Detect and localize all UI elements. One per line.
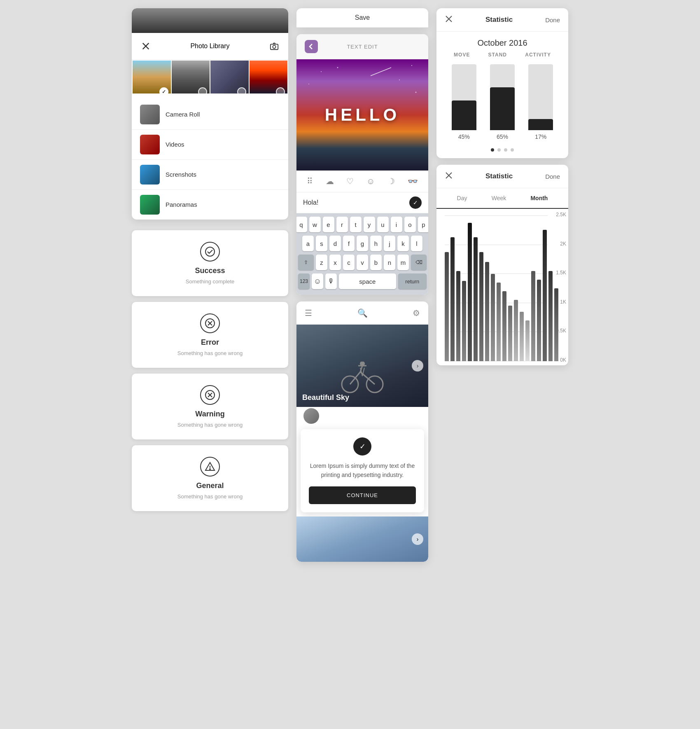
heart-icon[interactable]: ♡ [346, 176, 354, 186]
close-button[interactable] [140, 40, 152, 52]
dot-2[interactable] [497, 148, 501, 152]
bar-10 [497, 283, 501, 361]
key-r[interactable]: r [336, 217, 348, 232]
svg-point-15 [321, 71, 322, 72]
photo-library-title: Photo Library [190, 42, 229, 50]
svg-point-4 [205, 247, 215, 256]
bar-chart-area: 2.5K 2K 1.5K 1K 0.5K 0K [436, 209, 568, 365]
stats-bottom-close-icon[interactable] [445, 171, 453, 181]
glasses-icon[interactable]: 👓 [408, 176, 418, 186]
stats-close-icon[interactable] [445, 15, 453, 25]
error-title: Error [201, 338, 219, 347]
y-label-2000: 2K [560, 241, 566, 247]
svg-point-16 [337, 67, 338, 68]
photo-thumb-4[interactable] [250, 61, 288, 99]
key-k[interactable]: k [397, 236, 409, 251]
feed-next-arrow[interactable]: › [412, 360, 423, 372]
bar-3 [456, 271, 460, 361]
menu-icon[interactable]: ☰ [305, 308, 312, 318]
album-thumb-scr [140, 165, 160, 185]
album-item-screenshots[interactable]: Screnshots [132, 160, 288, 190]
feed-image-title: Beautiful Sky [302, 393, 349, 402]
stats-bottom-panel: Statistic Done Day Week Month 2.5K 2K [436, 165, 568, 365]
filter-icon[interactable]: ⚙ [413, 308, 420, 318]
feed-avatar-row [296, 407, 428, 417]
save-bar[interactable]: Save [296, 8, 428, 28]
key-g[interactable]: g [357, 236, 368, 251]
key-o[interactable]: o [404, 217, 416, 232]
album-item-panoramas[interactable]: Panoramas [132, 190, 288, 220]
key-w[interactable]: w [309, 217, 321, 232]
y-label-1500: 1.5K [556, 270, 566, 276]
key-a[interactable]: a [302, 236, 314, 251]
tab-week[interactable]: Week [488, 193, 511, 203]
key-z[interactable]: z [316, 255, 327, 270]
photo-thumb-1[interactable] [133, 61, 171, 99]
cloud-icon[interactable]: ☁ [326, 176, 334, 186]
key-l[interactable]: l [411, 236, 422, 251]
stats-categories: MOVE STAND ACTIVITY [436, 52, 568, 62]
text-edit-header: TEXT EDIT [296, 34, 428, 59]
bar-12 [508, 306, 512, 361]
moon-icon[interactable]: ☽ [387, 176, 395, 186]
emoji-key[interactable]: ☺ [312, 273, 323, 289]
bike-illustration [338, 362, 387, 395]
album-item-videos[interactable]: Videos [132, 130, 288, 160]
dot-3[interactable] [504, 148, 507, 152]
stats-bottom-done[interactable]: Done [545, 173, 560, 180]
stats-top-done[interactable]: Done [545, 16, 560, 23]
key-v[interactable]: v [357, 255, 368, 270]
return-key[interactable]: return [398, 273, 427, 289]
text-input[interactable] [303, 199, 409, 206]
svg-line-14 [371, 68, 391, 76]
key-n[interactable]: n [384, 255, 395, 270]
check-circle-3 [237, 87, 246, 96]
key-y[interactable]: y [364, 217, 375, 232]
svg-point-18 [411, 65, 412, 66]
key-f[interactable]: f [343, 236, 355, 251]
bar-inner-stand [490, 87, 515, 130]
mic-key[interactable]: 🎙 [325, 273, 337, 289]
keyboard-row-3: ⇧ z x c v b n m ⌫ [298, 255, 427, 270]
dot-1[interactable] [491, 148, 494, 152]
y-label-1000: 1K [560, 299, 566, 305]
shift-key[interactable]: ⇧ [298, 255, 314, 270]
feed-image: › Beautiful Sky [296, 325, 428, 407]
bar-9 [491, 274, 495, 361]
tab-month[interactable]: Month [526, 193, 552, 203]
search-icon[interactable]: 🔍 [357, 308, 368, 318]
key-p[interactable]: p [418, 217, 429, 232]
key-x[interactable]: x [329, 255, 341, 270]
key-u[interactable]: u [377, 217, 389, 232]
photo-thumb-2[interactable] [172, 61, 210, 99]
num-key[interactable]: 123 [298, 273, 310, 289]
tab-day[interactable]: Day [453, 193, 471, 203]
key-m[interactable]: m [397, 255, 409, 270]
bar-group-move: 45% [445, 64, 483, 140]
dots-icon[interactable]: ⠿ [307, 176, 313, 186]
key-c[interactable]: c [343, 255, 355, 270]
bar-11 [502, 291, 506, 361]
key-t[interactable]: t [350, 217, 362, 232]
space-key[interactable]: space [339, 273, 396, 289]
continue-button[interactable]: CONTINUE [309, 486, 416, 504]
key-h[interactable]: h [370, 236, 382, 251]
delete-key[interactable]: ⌫ [411, 255, 427, 270]
album-item-camera-roll[interactable]: Camera Roll [132, 100, 288, 130]
key-j[interactable]: j [384, 236, 395, 251]
key-e[interactable]: e [323, 217, 334, 232]
bar-19 [548, 271, 553, 361]
album-name-videos: Videos [166, 141, 184, 148]
key-b[interactable]: b [370, 255, 382, 270]
key-i[interactable]: i [391, 217, 402, 232]
dot-4[interactable] [511, 148, 514, 152]
key-d[interactable]: d [329, 236, 341, 251]
feed-bottom-arrow[interactable]: › [412, 533, 423, 545]
photo-thumb-3[interactable] [210, 61, 249, 99]
confirm-button[interactable] [409, 196, 422, 209]
key-q[interactable]: q [296, 217, 307, 232]
key-s[interactable]: s [316, 236, 327, 251]
back-button[interactable] [305, 40, 318, 53]
camera-button[interactable] [268, 40, 280, 52]
smiley-icon[interactable]: ☺ [366, 177, 375, 186]
